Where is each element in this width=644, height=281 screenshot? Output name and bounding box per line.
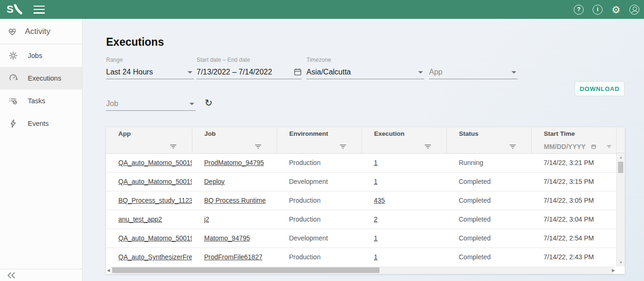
executions-table: App Job Environment Execution Status Sta… bbox=[106, 127, 625, 274]
settings-gear-icon[interactable]: ⚙ bbox=[611, 5, 620, 15]
filter-icon[interactable] bbox=[509, 144, 516, 149]
status-cell: Completed bbox=[446, 229, 531, 248]
refresh-icon[interactable]: ↻ bbox=[205, 98, 213, 108]
app-window: S ? i ⚙ Activity bbox=[0, 0, 644, 281]
table-row: QA_auto_Matomo_50019 ProdMatomo_94795 Pr… bbox=[106, 153, 616, 172]
range-select[interactable]: Range Last 24 Hours bbox=[106, 57, 194, 79]
scroll-down-arrow[interactable]: ▼ bbox=[617, 261, 625, 264]
table-header-row: App Job Environment Execution Status Sta… bbox=[106, 127, 616, 140]
start-time-date-input[interactable]: MM/DD/YYYY bbox=[544, 143, 586, 150]
col-header-app: App bbox=[106, 127, 192, 140]
table-row: anu_test_app2 j2 Production 2 Completed … bbox=[106, 210, 616, 229]
range-value: Last 24 Hours bbox=[106, 68, 153, 76]
info-icon[interactable]: i bbox=[593, 5, 603, 15]
activity-heart-icon bbox=[8, 27, 17, 36]
sidebar-item-label: Tasks bbox=[28, 97, 45, 105]
sidebar-item-label: Jobs bbox=[28, 52, 42, 59]
status-cell: Completed bbox=[446, 248, 531, 266]
sidebar-section-activity[interactable]: Activity bbox=[0, 19, 82, 44]
app-logo[interactable]: S bbox=[7, 4, 22, 15]
logo-swoosh-icon bbox=[14, 4, 22, 15]
app-link[interactable]: anu_test_app2 bbox=[118, 215, 162, 223]
vertical-scroll-thumb[interactable] bbox=[618, 162, 623, 173]
status-cell: Completed bbox=[446, 210, 531, 229]
vertical-scrollbar[interactable]: ▲ ▼ bbox=[616, 153, 625, 266]
job-link[interactable]: Deploy bbox=[204, 178, 225, 185]
tasks-list-icon bbox=[8, 96, 18, 106]
scroll-right-arrow[interactable]: ▶ bbox=[612, 268, 615, 273]
filter-icon[interactable] bbox=[607, 144, 611, 149]
execution-link[interactable]: 1 bbox=[374, 178, 378, 185]
download-button[interactable]: DOWNLOAD bbox=[575, 81, 625, 96]
job-link[interactable]: BQ Process Runtime bbox=[204, 197, 266, 204]
environment-cell: Production bbox=[277, 153, 362, 172]
app-link[interactable]: QA_auto_Matomo_50019 bbox=[118, 178, 192, 185]
start-time-cell: 7/14/22, 3:21 PM bbox=[531, 153, 616, 172]
col-header-execution: Execution bbox=[362, 127, 446, 140]
app-select[interactable]: App bbox=[429, 57, 518, 79]
scrollbar-corner bbox=[616, 127, 625, 153]
start-time-cell: 7/14/22, 3:05 PM bbox=[531, 191, 616, 210]
job-link[interactable]: j2 bbox=[204, 215, 209, 223]
sidebar-collapse-button[interactable] bbox=[0, 269, 82, 281]
filter-icon[interactable] bbox=[339, 144, 347, 149]
job-placeholder: Job bbox=[106, 99, 118, 108]
chevron-down-icon bbox=[188, 71, 192, 74]
execution-link[interactable]: 1 bbox=[374, 253, 378, 261]
app-link[interactable]: BQ_Process_study_112320 bbox=[118, 197, 192, 204]
date-range-input[interactable]: Start date – End date 7/13/2022 – 7/14/2… bbox=[197, 57, 302, 79]
sidebar-item-jobs[interactable]: Jobs bbox=[0, 44, 82, 67]
scroll-up-arrow[interactable]: ▲ bbox=[617, 156, 625, 159]
table-filter-row: MM/DD/YYYY bbox=[106, 140, 616, 153]
page-title: Executions bbox=[106, 36, 164, 49]
sidebar-item-label: Events bbox=[28, 120, 49, 127]
start-time-cell: 7/14/22, 2:43 PM bbox=[531, 248, 616, 266]
col-header-job: Job bbox=[192, 127, 277, 140]
chevron-down-icon bbox=[418, 71, 423, 74]
chevron-down-icon bbox=[190, 103, 194, 105]
sidebar: Activity Jobs Executions bbox=[0, 19, 83, 281]
app-link[interactable]: QA_auto_Matomo_50019 bbox=[118, 234, 192, 242]
calendar-icon[interactable] bbox=[591, 143, 596, 150]
filter-icon[interactable] bbox=[170, 144, 177, 149]
horizontal-scroll-thumb[interactable] bbox=[112, 267, 380, 273]
topbar: S ? i ⚙ bbox=[0, 0, 644, 19]
filter-icon[interactable] bbox=[255, 144, 262, 149]
account-icon[interactable] bbox=[629, 5, 639, 15]
job-link[interactable]: ProdMatomo_94795 bbox=[204, 159, 264, 166]
sidebar-item-label: Executions bbox=[28, 74, 61, 82]
execution-link[interactable]: 2 bbox=[374, 215, 378, 223]
col-header-start-time: Start Time bbox=[531, 127, 616, 140]
environment-cell: Development bbox=[277, 172, 362, 191]
job-link[interactable]: ProdFromFile61827 bbox=[204, 253, 263, 261]
horizontal-scrollbar[interactable]: ◀ ▶ bbox=[106, 266, 625, 274]
filter-icon[interactable] bbox=[424, 144, 431, 149]
jobs-gear-icon bbox=[8, 51, 18, 60]
sidebar-item-tasks[interactable]: Tasks bbox=[0, 90, 82, 112]
calendar-icon[interactable] bbox=[294, 68, 302, 76]
sidebar-section-label: Activity bbox=[25, 27, 50, 36]
events-lightning-icon bbox=[8, 119, 18, 128]
col-header-status: Status bbox=[446, 127, 531, 140]
table-row: QA_auto_SynthesizerFreeF ProdFromFile618… bbox=[106, 248, 616, 266]
date-range-value: 7/13/2022 – 7/14/2022 bbox=[197, 68, 272, 76]
app-link[interactable]: QA_auto_SynthesizerFreeF bbox=[118, 253, 192, 261]
environment-cell: Production bbox=[277, 191, 362, 210]
execution-link[interactable]: 1 bbox=[374, 159, 378, 166]
app-placeholder: App bbox=[429, 68, 442, 76]
status-cell: Completed bbox=[446, 191, 531, 210]
execution-link[interactable]: 435 bbox=[374, 197, 385, 204]
timezone-label: Timezone bbox=[306, 57, 424, 66]
app-link[interactable]: QA_auto_Matomo_50019 bbox=[118, 159, 192, 166]
start-time-cell: 7/14/22, 3:04 PM bbox=[531, 210, 616, 229]
sidebar-item-executions[interactable]: Executions bbox=[0, 67, 82, 90]
sidebar-item-events[interactable]: Events bbox=[0, 112, 82, 135]
menu-icon[interactable] bbox=[33, 6, 45, 14]
scroll-left-arrow[interactable]: ◀ bbox=[107, 268, 110, 273]
table-row: QA_auto_Matomo_50019 Matomo_94795 Develo… bbox=[106, 229, 616, 248]
execution-link[interactable]: 1 bbox=[374, 234, 378, 242]
timezone-select[interactable]: Timezone Asia/Calcutta bbox=[306, 57, 424, 79]
job-link[interactable]: Matomo_94795 bbox=[204, 234, 250, 242]
job-select[interactable]: Job bbox=[106, 97, 196, 111]
help-icon[interactable]: ? bbox=[574, 5, 584, 15]
